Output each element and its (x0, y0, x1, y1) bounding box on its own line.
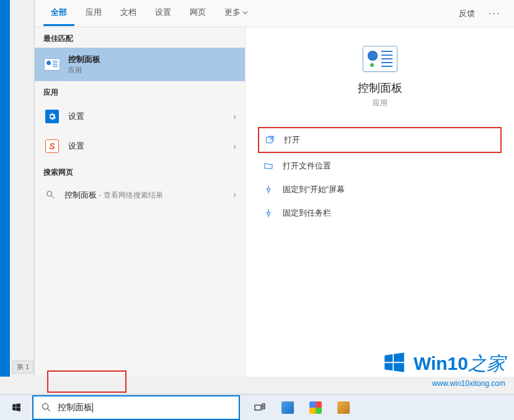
svg-rect-7 (262, 407, 265, 409)
svg-line-4 (48, 409, 50, 411)
search-icon (41, 402, 51, 413)
tab-more-label: 更多 (224, 7, 241, 18)
open-icon (264, 134, 275, 146)
folder-icon (263, 160, 274, 172)
pin-icon (263, 184, 274, 195)
result-title: 设置 (68, 141, 84, 152)
result-settings-other[interactable]: S 设置 › (35, 131, 245, 161)
taskbar-app-2[interactable] (302, 395, 329, 420)
feedback-link[interactable]: 反馈 (454, 3, 480, 24)
section-web: 搜索网页 (35, 161, 245, 182)
action-label: 打开 (284, 134, 300, 146)
svg-line-1 (51, 196, 54, 198)
result-subtitle: 应用 (68, 66, 236, 75)
tab-more[interactable]: 更多 (217, 1, 255, 26)
gear-icon (43, 108, 61, 125)
taskbar: 控制面板 (0, 394, 514, 420)
windows-logo-icon (11, 402, 22, 413)
page-indicator: 第 1 (12, 361, 33, 374)
taskbar-app-icons (246, 395, 357, 420)
control-panel-icon-large (363, 46, 397, 72)
watermark-url: www.win10xitong.com (381, 379, 505, 388)
filter-tabs: 全部 应用 文档 设置 网页 更多 反馈 ··· (35, 0, 514, 27)
taskbar-search-input[interactable]: 控制面板 (32, 395, 240, 420)
action-label: 固定到"开始"屏幕 (283, 184, 345, 195)
search-icon (43, 188, 57, 201)
results-body: 最佳匹配 控制面板 应用 应用 设置 › S 设置 (35, 27, 514, 377)
svg-point-3 (42, 403, 48, 409)
action-pin-start[interactable]: 固定到"开始"屏幕 (258, 178, 502, 201)
result-settings-windows[interactable]: 设置 › (35, 102, 245, 131)
action-pin-taskbar[interactable]: 固定到任务栏 (258, 201, 502, 225)
action-open-location[interactable]: 打开文件位置 (258, 154, 502, 178)
result-title: 控制面板 (68, 54, 236, 65)
chevron-right-icon: › (233, 190, 236, 199)
control-panel-icon (43, 56, 61, 73)
section-apps: 应用 (35, 81, 245, 102)
preview-title: 控制面板 (358, 81, 402, 95)
result-web-search[interactable]: 控制面板 - 查看网络搜索结果 › (35, 182, 245, 208)
tab-settings[interactable]: 设置 (148, 1, 179, 26)
chevron-down-icon (242, 10, 248, 15)
pin-icon (263, 208, 274, 219)
more-options-button[interactable]: ··· (484, 3, 505, 24)
result-control-panel[interactable]: 控制面板 应用 (35, 48, 245, 81)
preview-actions: 打开 打开文件位置 固定到"开始"屏幕 固定到任务栏 (246, 121, 514, 231)
preview-subtitle: 应用 (373, 98, 388, 108)
action-open[interactable]: 打开 (258, 127, 502, 153)
svg-point-0 (47, 191, 52, 196)
preview-pane: 控制面板 应用 打开 打开文件位置 固定到"开始"屏幕 固定到 (246, 27, 514, 377)
svg-rect-6 (262, 404, 265, 406)
search-input-value: 控制面板 (58, 402, 93, 413)
desktop-background-edge (0, 0, 10, 377)
taskbar-app-1[interactable] (274, 395, 301, 420)
tab-all[interactable]: 全部 (43, 1, 74, 26)
preview-header: 控制面板 应用 (246, 46, 514, 121)
taskbar-app-3[interactable] (330, 395, 357, 420)
results-list: 最佳匹配 控制面板 应用 应用 设置 › S 设置 (35, 27, 246, 377)
start-button[interactable] (0, 395, 32, 421)
result-subtitle: - 查看网络搜索结果 (97, 191, 163, 199)
chevron-right-icon: › (233, 141, 236, 151)
tab-apps[interactable]: 应用 (78, 1, 109, 26)
tab-documents[interactable]: 文档 (113, 1, 144, 26)
section-best-match: 最佳匹配 (35, 27, 245, 48)
app-s-icon: S (43, 138, 61, 155)
task-view-button[interactable] (246, 395, 273, 420)
svg-rect-5 (255, 405, 261, 410)
action-label: 固定到任务栏 (283, 208, 331, 219)
chevron-right-icon: › (233, 112, 236, 121)
action-label: 打开文件位置 (283, 160, 331, 172)
result-title: 控制面板 (64, 190, 97, 199)
tab-web[interactable]: 网页 (182, 1, 213, 26)
result-title: 设置 (68, 111, 84, 122)
search-results-panel: 全部 应用 文档 设置 网页 更多 反馈 ··· 最佳匹配 控制面板 应用 应用 (34, 0, 514, 377)
